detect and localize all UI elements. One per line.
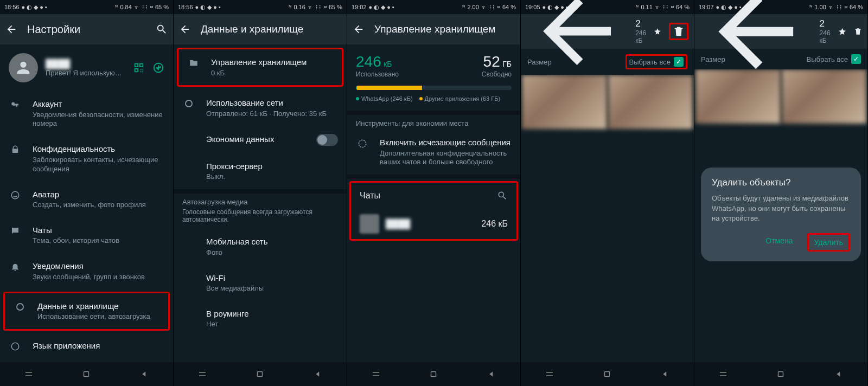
- key-icon: [10, 100, 20, 110]
- settings-item-privacy[interactable]: КонфиденциальностьЗаблокировать контакты…: [0, 136, 173, 181]
- chat-row[interactable]: ████ 246 кБ: [351, 209, 516, 239]
- settings-item-language[interactable]: Язык приложения: [0, 333, 173, 359]
- page-title: Настройки: [27, 23, 146, 36]
- proxy-item[interactable]: Прокси-серверВыкл.: [174, 153, 347, 189]
- android-navbar: [521, 362, 694, 386]
- settings-item-chats[interactable]: ЧатыТема, обои, история чатов: [0, 217, 173, 253]
- android-navbar: [694, 362, 867, 386]
- android-navbar: [0, 362, 173, 386]
- data-saver-toggle[interactable]: [316, 134, 338, 146]
- svg-rect-9: [605, 372, 610, 377]
- free-value: 52: [483, 53, 500, 70]
- data-storage-screen: 18:56● ◐ ◆ ● ▪ ᴺ0.16ᯤ ⋮⋮ ▭65 % Данные и …: [174, 0, 347, 386]
- section-header: Автозагрузка медиа: [174, 194, 347, 208]
- chat-size: 246 кБ: [481, 219, 508, 229]
- back-arrow-icon[interactable]: [179, 23, 191, 35]
- select-all-checkbox[interactable]: ✓: [851, 54, 861, 64]
- delete-button-highlighted[interactable]: [669, 23, 688, 40]
- page-title: Управление хранилищем: [374, 23, 515, 35]
- profile-status: Привет! Я использую…: [46, 69, 125, 77]
- lock-icon: [10, 145, 20, 155]
- svg-rect-8: [431, 372, 436, 377]
- selection-header: 2 246 кБ: [521, 14, 694, 49]
- add-circle-icon[interactable]: [152, 62, 164, 74]
- settings-item-notifications[interactable]: УведомленияЗвуки сообщений, групп и звон…: [0, 253, 173, 289]
- back-arrow-icon[interactable]: [5, 23, 17, 35]
- dialog-body: Объекты будут удалены из медиафайлов Wha…: [712, 194, 850, 223]
- nav-recent-icon[interactable]: [197, 369, 207, 379]
- settings-header: Настройки: [0, 14, 173, 44]
- page-title: Данные и хранилище: [201, 23, 341, 35]
- storage-bar: [356, 86, 512, 90]
- manage-storage-item[interactable]: Управление хранилищем0 кБ: [177, 48, 343, 87]
- used-value: 246: [356, 53, 381, 70]
- nav-back-icon[interactable]: [834, 369, 844, 379]
- delete-button[interactable]: Удалить: [807, 233, 850, 252]
- manage-header: Управление хранилищем: [347, 14, 520, 44]
- qr-icon[interactable]: [133, 62, 145, 74]
- nav-recent-icon[interactable]: [545, 369, 554, 379]
- media-thumbnail[interactable]: [522, 75, 607, 129]
- nav-back-icon[interactable]: [313, 369, 323, 379]
- profile-name: ████: [46, 59, 125, 69]
- status-bar: 19:02● ◐ ◆ ● ▪ ᴺ2.00ᯤ ⋮⋮ ▭64 %: [347, 0, 520, 14]
- settings-item-account[interactable]: АккаунтУведомления безопасности, изменен…: [0, 91, 173, 136]
- delete-dialog: Удалить объекты? Объекты будут удалены и…: [701, 168, 861, 261]
- svg-rect-10: [778, 372, 783, 377]
- nav-back-icon[interactable]: [139, 369, 149, 379]
- wifi-item[interactable]: Wi-FiВсе медиафайлы: [174, 265, 347, 301]
- selection-count: 2: [820, 18, 831, 29]
- data-usage-icon: [184, 99, 194, 108]
- svg-point-3: [11, 343, 19, 350]
- nav-back-icon[interactable]: [487, 369, 496, 379]
- nav-home-icon[interactable]: [602, 369, 612, 379]
- nav-back-icon[interactable]: [660, 369, 670, 379]
- nav-home-icon[interactable]: [429, 369, 438, 379]
- svg-point-1: [11, 191, 19, 199]
- selection-header: 2 246 кБ: [694, 14, 867, 49]
- media-grid: [694, 69, 867, 124]
- media-thumbnail[interactable]: [608, 75, 693, 129]
- search-icon[interactable]: [497, 190, 508, 201]
- select-all-highlighted[interactable]: Выбрать все ✓: [626, 54, 687, 69]
- star-icon[interactable]: [838, 25, 846, 37]
- size-label: Размер: [701, 55, 725, 63]
- media-grid: [521, 75, 694, 129]
- data-saver-item[interactable]: Экономия данных: [174, 126, 347, 153]
- chats-header: Чаты: [360, 191, 380, 201]
- svg-rect-6: [258, 372, 263, 377]
- media-thumbnail[interactable]: [782, 69, 867, 124]
- star-icon[interactable]: [654, 25, 661, 37]
- search-icon[interactable]: [156, 23, 168, 35]
- status-bar: 18:56● ◐ ◆ ● ▪ ᴺ0.84ᯤ ⋮⋮ ▭65 %: [0, 0, 173, 14]
- trash-icon[interactable]: [854, 25, 862, 37]
- settings-item-avatar[interactable]: АватарСоздать, изменить, фото профиля: [0, 182, 173, 217]
- nav-home-icon[interactable]: [255, 369, 265, 379]
- svg-point-5: [186, 100, 192, 107]
- size-label: Размер: [527, 58, 552, 66]
- nav-recent-icon[interactable]: [24, 369, 34, 379]
- android-navbar: [347, 362, 520, 386]
- nav-recent-icon[interactable]: [371, 369, 381, 379]
- back-arrow-icon[interactable]: [353, 23, 365, 35]
- network-usage-item[interactable]: Использование сетиОтправлено: 61 кБ · По…: [174, 90, 347, 126]
- cancel-button[interactable]: Отмена: [761, 233, 797, 252]
- nav-home-icon[interactable]: [776, 369, 786, 379]
- nav-recent-icon[interactable]: [718, 369, 728, 379]
- settings-item-storage[interactable]: Данные и хранилищеИспользование сети, ав…: [3, 292, 170, 331]
- media-thumbnail[interactable]: [695, 69, 781, 124]
- settings-screen: 18:56● ◐ ◆ ● ▪ ᴺ0.84ᯤ ⋮⋮ ▭65 % Настройки…: [0, 0, 174, 386]
- selection-count: 2: [635, 18, 646, 29]
- selection-screen: 19:05● ◐ ◆ ● ▪ ᴺ0.11ᯤ ⋮⋮ ▭64 % 2 246 кБ …: [521, 0, 694, 386]
- nav-home-icon[interactable]: [81, 369, 91, 379]
- svg-rect-4: [84, 372, 89, 377]
- mobile-data-item[interactable]: Мобильная сетьФото: [174, 229, 347, 265]
- android-navbar: [174, 362, 347, 386]
- disappearing-messages-item[interactable]: Включить исчезающие сообщенияДополнитель…: [347, 130, 520, 175]
- storage-header: Данные и хранилище: [174, 14, 347, 44]
- profile-row[interactable]: ████ Привет! Я использую…: [0, 44, 173, 91]
- select-all-checkbox[interactable]: ✓: [674, 57, 684, 67]
- roaming-item[interactable]: В роумингеНет: [174, 301, 347, 337]
- folder-icon: [189, 58, 199, 68]
- manage-storage-screen: 19:02● ◐ ◆ ● ▪ ᴺ2.00ᯤ ⋮⋮ ▭64 % Управлени…: [347, 0, 521, 386]
